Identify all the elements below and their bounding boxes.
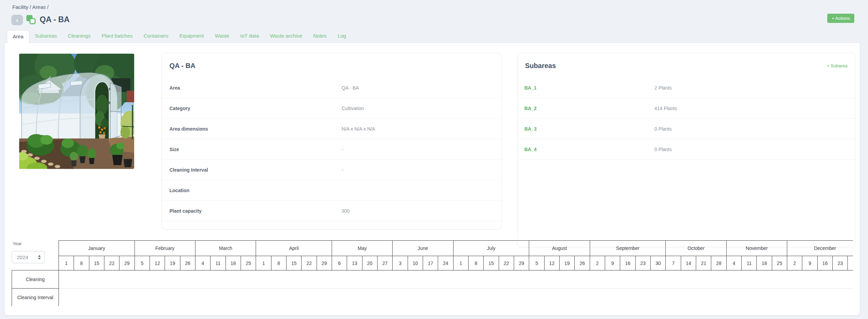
week-start-date: 26 (575, 256, 590, 270)
week-start-date: 5 (135, 256, 150, 270)
week-start-date: 10 (408, 256, 423, 270)
week-start-date: 22 (302, 256, 317, 270)
row-label-cleaning: Cleaning (12, 270, 59, 289)
week-start-date: 5 (529, 256, 544, 270)
tab-waste-archive[interactable]: Waste archive (265, 30, 308, 42)
back-button[interactable]: ‹ (11, 15, 23, 25)
detail-row: CategoryCultivation (162, 98, 501, 119)
week-start-date: 17 (423, 256, 438, 270)
detail-label: Size (169, 147, 342, 152)
breadcrumb[interactable]: Facility / Areas / (12, 4, 49, 10)
week-start-date: 12 (150, 256, 165, 270)
page-title: QA - BA (40, 15, 69, 24)
tab-iot-data[interactable]: IoT data (235, 30, 265, 42)
week-start-date: 23 (833, 256, 848, 270)
tab-cleanings[interactable]: Cleanings (62, 30, 96, 42)
select-arrows-icon (38, 255, 41, 260)
detail-label: Category (169, 106, 342, 111)
detail-row: Area dimensionsN/A x N/A x N/A (162, 119, 501, 139)
tab-notes[interactable]: Notes (308, 30, 332, 42)
week-start-date: 22 (104, 256, 119, 270)
subarea-row: BA_2414 Plants (518, 98, 855, 119)
actions-button[interactable]: + Actions (827, 14, 854, 23)
week-start-date: 6 (332, 256, 347, 270)
detail-row: AreaQA - BA (162, 78, 501, 98)
week-start-date: 19 (165, 256, 180, 270)
add-subarea-link[interactable]: + Subarea (827, 63, 847, 68)
week-start-date: 16 (620, 256, 635, 270)
week-start-date: 9 (802, 256, 817, 270)
copy-icon-front-square (29, 18, 36, 24)
week-start-date: 25 (241, 256, 256, 270)
week-start-date: 2 (787, 256, 802, 270)
subareas-panel: Subareas + Subarea BA_12 PlantsBA_2414 P… (517, 53, 855, 247)
area-details-panel: QA - BA AreaQA - BACategoryCultivationAr… (162, 53, 501, 229)
details-rows: AreaQA - BACategoryCultivationArea dimen… (162, 78, 501, 221)
year-select-value: 2024 (17, 254, 28, 260)
month-header-row: JanuaryFebruaryMarchAprilMayJuneJulyAugu… (12, 241, 853, 256)
tab-area[interactable]: Area (7, 30, 29, 43)
detail-value: N/A x N/A x N/A (342, 126, 375, 132)
subarea-row: BA_40 Plants (518, 139, 855, 160)
month-header: November (726, 241, 787, 256)
year-select[interactable]: 2024 (12, 251, 45, 263)
subareas-title: Subareas (525, 62, 556, 70)
week-start-date: 18 (757, 256, 772, 270)
week-start-date: 29 (514, 256, 529, 270)
calendar-table: JanuaryFebruaryMarchAprilMayJuneJulyAugu… (12, 240, 853, 306)
tab-log[interactable]: Log (332, 30, 352, 42)
week-start-date: 15 (286, 256, 302, 270)
area-photo[interactable] (19, 54, 134, 169)
tab-plant-batches[interactable]: Plant batches (96, 30, 138, 42)
week-start-date: 4 (726, 256, 741, 270)
week-start-date: 27 (378, 256, 393, 270)
week-start-date: 3 (393, 256, 408, 270)
tab-waste[interactable]: Waste (209, 30, 235, 42)
week-start-date: 25 (772, 256, 787, 270)
month-header: January (59, 241, 135, 256)
week-start-date: 20 (362, 256, 377, 270)
content-card: QA - BA AreaQA - BACategoryCultivationAr… (4, 43, 860, 316)
cleaning-timeline-cells[interactable] (59, 270, 853, 289)
week-header-row: 1815222951219264111825181522296132027310… (12, 256, 853, 270)
tab-bar: AreaSubareasCleaningsPlant batchesContai… (4, 30, 860, 43)
month-header: September (590, 241, 666, 256)
week-start-date: 29 (317, 256, 332, 270)
week-start-date: 22 (499, 256, 514, 270)
month-header: May (332, 241, 393, 256)
tab-equipment[interactable]: Equipment (174, 30, 209, 42)
subarea-link-ba_2[interactable]: BA_2 (524, 106, 654, 111)
subarea-plant-count: 0 Plants (654, 126, 672, 132)
week-start-date: 9 (605, 256, 620, 270)
calendar-data-row: Cleaning (12, 270, 853, 289)
subareas-rows: BA_12 PlantsBA_2414 PlantsBA_30 PlantsBA… (518, 78, 855, 160)
detail-value: QA - BA (342, 85, 359, 91)
tab-subareas[interactable]: Subareas (29, 30, 62, 42)
week-start-date: 13 (347, 256, 362, 270)
week-start-date: 19 (560, 256, 575, 270)
subarea-link-ba_3[interactable]: BA_3 (524, 126, 654, 132)
month-header: December (787, 241, 853, 256)
tab-containers[interactable]: Containers (138, 30, 174, 42)
month-header: February (135, 241, 195, 256)
week-start-date: 18 (226, 256, 241, 270)
greenhouse-photo (19, 54, 134, 169)
week-start-date: 1 (453, 256, 468, 270)
cleaning-calendar: JanuaryFebruaryMarchAprilMayJuneJulyAugu… (12, 240, 853, 306)
cleaning-interval-timeline-cells[interactable] (59, 289, 853, 306)
copy-icon[interactable] (26, 15, 36, 25)
area-details-title: QA - BA (169, 62, 195, 70)
subarea-plant-count: 414 Plants (654, 106, 677, 111)
week-start-date: 1 (256, 256, 271, 270)
calendar-data-row: Cleaning Interval (12, 289, 853, 306)
subarea-link-ba_4[interactable]: BA_4 (524, 147, 654, 152)
subarea-link-ba_1[interactable]: BA_1 (524, 85, 654, 91)
month-header: June (393, 241, 453, 256)
week-start-date: 16 (817, 256, 832, 270)
week-start-date: 8 (271, 256, 286, 270)
detail-row: Cleaning Interval- (162, 160, 501, 180)
week-start-date: 7 (666, 256, 681, 270)
month-header: July (453, 241, 529, 256)
month-header: March (195, 241, 256, 256)
week-start-date: 15 (89, 256, 104, 270)
